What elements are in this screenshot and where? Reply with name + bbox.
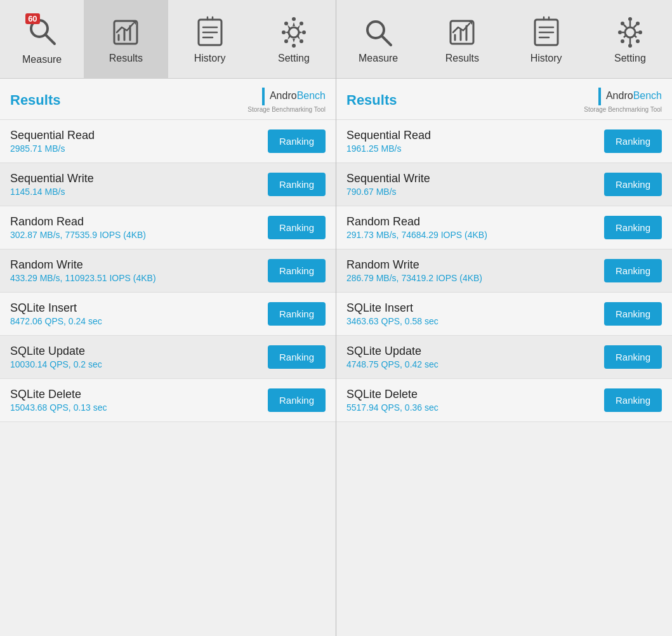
svg-line-50 xyxy=(633,25,636,28)
bench-value: 433.29 MB/s, 110923.51 IOPS (4KB) xyxy=(10,273,268,283)
bench-value: 5517.94 QPS, 0.36 sec xyxy=(346,402,604,413)
left-nav-results[interactable]: Results xyxy=(84,0,168,78)
bench-value: 10030.14 QPS, 0.2 sec xyxy=(10,359,268,369)
table-row: Sequential Write 1145.14 MB/s Ranking xyxy=(0,163,336,206)
bench-value: 2985.71 MB/s xyxy=(10,143,268,154)
right-nav-setting[interactable]: Setting xyxy=(588,0,672,78)
results-icon-right xyxy=(447,16,477,49)
ranking-button[interactable]: Ranking xyxy=(268,345,326,369)
svg-point-35 xyxy=(625,27,635,37)
ranking-button[interactable]: Ranking xyxy=(604,388,662,412)
bench-info: SQLite Update 4748.75 QPS, 0.42 sec xyxy=(346,345,604,369)
measure-badge-number: 60 xyxy=(25,13,39,25)
setting-icon-left xyxy=(279,16,309,49)
ranking-button[interactable]: Ranking xyxy=(604,173,662,196)
bench-name: SQLite Delete xyxy=(10,388,268,401)
bench-name: Random Read xyxy=(10,215,268,229)
bench-info: Random Read 291.73 MB/s, 74684.29 IOPS (… xyxy=(346,215,604,240)
bench-name: Sequential Read xyxy=(346,129,604,142)
table-row: Sequential Read 2985.71 MB/s Ranking xyxy=(0,120,336,163)
table-row: Random Read 291.73 MB/s, 74684.29 IOPS (… xyxy=(336,206,672,249)
measure-icon-right xyxy=(363,16,393,49)
svg-line-49 xyxy=(633,34,636,37)
bench-name: Random Write xyxy=(346,258,604,272)
svg-point-20 xyxy=(300,22,303,25)
left-brand-logo: AndroBench Storage Benchmarking Tool xyxy=(247,88,326,113)
bench-name: SQLite Insert xyxy=(10,301,268,315)
right-brand-bench: Bench xyxy=(633,90,662,101)
ranking-button[interactable]: Ranking xyxy=(604,345,662,369)
bench-info: SQLite Insert 8472.06 QPS, 0.24 sec xyxy=(10,301,268,326)
table-row: SQLite Delete 15043.68 QPS, 0.13 sec Ran… xyxy=(0,379,336,422)
left-nav: 60 Measure Results xyxy=(0,0,336,79)
results-icon xyxy=(110,16,141,49)
ranking-button[interactable]: Ranking xyxy=(268,129,326,153)
bench-name: SQLite Update xyxy=(10,345,268,358)
svg-point-14 xyxy=(292,17,296,21)
svg-point-37 xyxy=(628,44,632,48)
bench-info: Sequential Read 1961.25 MB/s xyxy=(346,129,604,154)
left-nav-setting[interactable]: Setting xyxy=(252,0,336,78)
table-row: SQLite Update 4748.75 QPS, 0.42 sec Rank… xyxy=(336,336,672,379)
table-row: SQLite Delete 5517.94 QPS, 0.36 sec Rank… xyxy=(336,379,672,422)
ranking-button[interactable]: Ranking xyxy=(268,216,326,239)
right-setting-label: Setting xyxy=(614,53,646,64)
left-results-label: Results xyxy=(109,53,143,64)
left-results-header: Results AndroBench Storage Benchmarking … xyxy=(0,79,336,120)
bench-value: 1961.25 MB/s xyxy=(346,143,604,154)
left-setting-label: Setting xyxy=(278,53,310,64)
ranking-button[interactable]: Ranking xyxy=(604,259,662,282)
right-brand-logo: AndroBench Storage Benchmarking Tool xyxy=(584,88,662,113)
bench-info: Random Read 302.87 MB/s, 77535.9 IOPS (4… xyxy=(10,215,268,240)
left-brand-bar xyxy=(262,88,265,105)
ranking-button[interactable]: Ranking xyxy=(268,259,326,282)
bench-info: SQLite Delete 5517.94 QPS, 0.36 sec xyxy=(346,388,604,413)
left-nav-history[interactable]: History xyxy=(168,0,252,78)
svg-point-15 xyxy=(292,44,296,48)
ranking-button[interactable]: Ranking xyxy=(268,302,326,326)
right-nav-measure[interactable]: Measure xyxy=(336,0,420,78)
bench-info: Random Write 433.29 MB/s, 110923.51 IOPS… xyxy=(10,258,268,283)
bench-info: SQLite Update 10030.14 QPS, 0.2 sec xyxy=(10,345,268,369)
left-nav-measure[interactable]: 60 Measure xyxy=(0,0,84,78)
left-brand-bench: Bench xyxy=(297,90,326,101)
history-icon-right xyxy=(531,16,562,49)
table-row: SQLite Update 10030.14 QPS, 0.2 sec Rank… xyxy=(0,336,336,379)
bench-info: Sequential Write 790.67 MB/s xyxy=(346,172,604,197)
right-results-header: Results AndroBench Storage Benchmarking … xyxy=(336,79,672,120)
left-results-title: Results xyxy=(10,92,60,109)
svg-point-13 xyxy=(289,27,299,37)
history-icon-left xyxy=(195,16,225,49)
svg-point-19 xyxy=(300,39,303,43)
right-nav-history[interactable]: History xyxy=(504,0,588,78)
right-nav-results[interactable]: Results xyxy=(420,0,504,78)
ranking-button[interactable]: Ranking xyxy=(604,302,662,326)
right-nav: Measure Results Histor xyxy=(336,0,672,79)
svg-point-36 xyxy=(628,17,632,21)
right-measure-label: Measure xyxy=(359,53,398,64)
bench-info: SQLite Insert 3463.63 QPS, 0.58 sec xyxy=(346,301,604,326)
right-results-title: Results xyxy=(346,92,397,109)
left-bench-list: Sequential Read 2985.71 MB/s Ranking Seq… xyxy=(0,120,336,636)
bench-value: 4748.75 QPS, 0.42 sec xyxy=(346,359,604,369)
svg-point-16 xyxy=(282,30,286,34)
bench-info: Random Write 286.79 MB/s, 73419.2 IOPS (… xyxy=(346,258,604,283)
left-brand-android: Andro xyxy=(270,90,297,101)
ranking-button[interactable]: Ranking xyxy=(604,129,662,153)
setting-icon-right xyxy=(615,16,645,49)
table-row: Sequential Read 1961.25 MB/s Ranking xyxy=(336,120,672,163)
bench-name: SQLite Update xyxy=(346,345,604,358)
ranking-button[interactable]: Ranking xyxy=(268,173,326,196)
right-brand-tagline: Storage Benchmarking Tool xyxy=(584,106,662,113)
ranking-button[interactable]: Ranking xyxy=(268,388,326,412)
bench-name: Sequential Read xyxy=(10,129,268,142)
bench-name: Random Read xyxy=(346,215,604,229)
right-brand-android: Andro xyxy=(606,90,633,101)
bench-name: SQLite Delete xyxy=(346,388,604,401)
bench-name: SQLite Insert xyxy=(346,301,604,315)
ranking-button[interactable]: Ranking xyxy=(604,216,662,239)
svg-line-1 xyxy=(46,35,55,44)
bench-info: Sequential Write 1145.14 MB/s xyxy=(10,172,268,197)
right-history-label: History xyxy=(530,53,562,64)
svg-point-21 xyxy=(284,39,288,43)
